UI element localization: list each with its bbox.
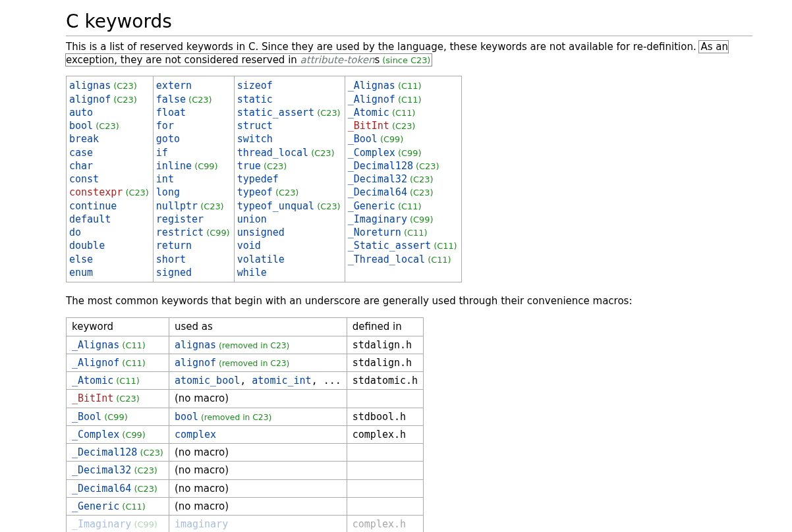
- keyword-link[interactable]: void: [237, 240, 261, 252]
- keyword-entry: do: [69, 226, 149, 239]
- macro-link[interactable]: imaginary: [175, 518, 228, 530]
- keyword-link[interactable]: typeof_unqual: [237, 200, 314, 212]
- keyword-link[interactable]: bool: [69, 120, 93, 132]
- keyword-link[interactable]: _Static_assert: [348, 240, 431, 252]
- keyword-link[interactable]: int: [156, 173, 174, 185]
- macro-header: keyword: [67, 318, 169, 336]
- keyword-link[interactable]: static: [237, 93, 273, 105]
- keyword-link[interactable]: alignof: [69, 93, 111, 105]
- keyword-link[interactable]: typedef: [237, 173, 279, 185]
- macro-link[interactable]: alignof: [175, 357, 216, 369]
- defined-in-cell: stdalign.h: [347, 336, 423, 354]
- keyword-entry: continue: [69, 200, 149, 213]
- keyword-link[interactable]: true: [237, 160, 261, 172]
- keyword-link[interactable]: do: [69, 226, 81, 238]
- keyword-link[interactable]: typeof: [237, 186, 273, 198]
- keyword-entry: true (C23): [237, 159, 341, 173]
- keyword-link[interactable]: _Atomic: [72, 375, 113, 386]
- keyword-link[interactable]: _Generic: [348, 200, 395, 212]
- keyword-link[interactable]: _Alignof: [72, 357, 119, 369]
- keyword-link[interactable]: long: [156, 186, 180, 198]
- keyword-link[interactable]: struct: [237, 120, 273, 132]
- keyword-link[interactable]: _Complex: [72, 429, 119, 440]
- macro-link[interactable]: atomic_int: [252, 375, 311, 386]
- keyword-link[interactable]: alignas: [69, 80, 111, 92]
- keyword-link[interactable]: switch: [237, 133, 273, 145]
- keyword-link[interactable]: char: [69, 160, 93, 172]
- since-tag: (C99): [192, 161, 218, 171]
- plain-text: (no macro): [175, 392, 229, 404]
- keyword-link[interactable]: return: [156, 240, 192, 252]
- keyword-link[interactable]: const: [69, 173, 99, 185]
- keyword-link[interactable]: _Imaginary: [348, 213, 407, 225]
- macro-header: defined in: [347, 318, 423, 336]
- macro-link[interactable]: bool: [175, 411, 198, 423]
- keyword-link[interactable]: unsigned: [237, 226, 285, 238]
- keyword-link[interactable]: enum: [69, 267, 93, 279]
- keyword-link[interactable]: _Complex: [348, 147, 395, 159]
- keyword-link[interactable]: union: [237, 213, 267, 225]
- keyword-link[interactable]: thread_local: [237, 147, 308, 159]
- keyword-link[interactable]: float: [156, 107, 186, 119]
- keyword-link[interactable]: for: [156, 120, 174, 132]
- keyword-link[interactable]: short: [156, 253, 186, 265]
- keyword-link[interactable]: _Alignof: [348, 93, 395, 105]
- macro-link[interactable]: alignas: [175, 339, 216, 351]
- keyword-link[interactable]: register: [156, 213, 204, 225]
- keyword-link[interactable]: goto: [156, 133, 180, 145]
- keyword-link[interactable]: continue: [69, 200, 117, 212]
- keyword-link[interactable]: extern: [156, 80, 192, 92]
- keyword-entry: else: [69, 253, 149, 266]
- keyword-entry: _Decimal32 (C23): [348, 173, 457, 186]
- macro-link[interactable]: atomic_bool: [175, 375, 240, 386]
- keyword-link[interactable]: static_assert: [237, 107, 314, 119]
- keyword-entry: return: [156, 239, 230, 252]
- keyword-redlink[interactable]: _BitInt: [348, 120, 389, 132]
- keyword-redlink[interactable]: _BitInt: [72, 392, 113, 404]
- keyword-link[interactable]: _Decimal64: [72, 483, 131, 494]
- keyword-link[interactable]: _Noreturn: [348, 226, 401, 238]
- macro-link[interactable]: complex: [175, 429, 216, 440]
- keyword-link[interactable]: _Alignas: [72, 339, 119, 351]
- keyword-link[interactable]: sizeof: [237, 80, 273, 92]
- keyword-link[interactable]: else: [69, 253, 93, 265]
- keyword-link[interactable]: _Generic: [72, 500, 119, 512]
- keyword-link[interactable]: _Atomic: [348, 107, 389, 119]
- keyword-link[interactable]: auto: [69, 107, 93, 119]
- keyword-link[interactable]: _Decimal32: [72, 464, 131, 476]
- keyword-link[interactable]: while: [237, 267, 267, 279]
- keyword-link[interactable]: _Decimal128: [348, 160, 413, 172]
- defined-in-cell: [347, 479, 423, 497]
- keyword-link[interactable]: _Alignas: [348, 80, 395, 92]
- keyword-link[interactable]: case: [69, 147, 93, 159]
- keyword-link[interactable]: double: [69, 240, 105, 252]
- keyword-redlink[interactable]: constexpr: [69, 186, 123, 198]
- keyword-entry: _Alignof (C11): [348, 93, 457, 106]
- keyword-link[interactable]: if: [156, 147, 168, 159]
- keyword-link[interactable]: default: [69, 213, 111, 225]
- used-as-cell: (no macro): [169, 444, 347, 462]
- keyword-link[interactable]: false: [156, 93, 186, 105]
- keyword-link[interactable]: _Thread_local: [348, 253, 425, 265]
- keyword-link[interactable]: _Decimal128: [72, 446, 137, 458]
- since-tag: (C23): [123, 188, 149, 198]
- keyword-link[interactable]: break: [69, 133, 99, 145]
- keyword-link[interactable]: nullptr: [156, 200, 198, 212]
- keyword-link[interactable]: _Decimal64: [348, 186, 407, 198]
- keyword-link[interactable]: restrict: [156, 226, 204, 238]
- keyword-link[interactable]: _Bool: [348, 133, 378, 145]
- attribute-token-term: attribute-token: [300, 54, 375, 66]
- keyword-entry: static: [237, 93, 341, 106]
- keyword-link[interactable]: signed: [156, 267, 192, 279]
- keyword-link[interactable]: volatile: [237, 253, 285, 265]
- keyword-link[interactable]: _Decimal32: [348, 173, 407, 185]
- keyword-link[interactable]: _Bool: [72, 411, 101, 423]
- table-row: _Atomic (C11)atomic_bool, atomic_int, ..…: [67, 372, 424, 390]
- since-tag: (C23): [137, 448, 163, 458]
- keyword-link[interactable]: _Imaginary: [72, 518, 131, 530]
- since-tag: (C23): [273, 188, 299, 198]
- macro-table: keywordused asdefined in _Alignas (C11)a…: [66, 317, 424, 532]
- keyword-column: alignas (C23)alignof (C23)autobool (C23)…: [67, 76, 154, 282]
- keyword-entry: static_assert (C23): [237, 106, 341, 119]
- keyword-link[interactable]: inline: [156, 160, 192, 172]
